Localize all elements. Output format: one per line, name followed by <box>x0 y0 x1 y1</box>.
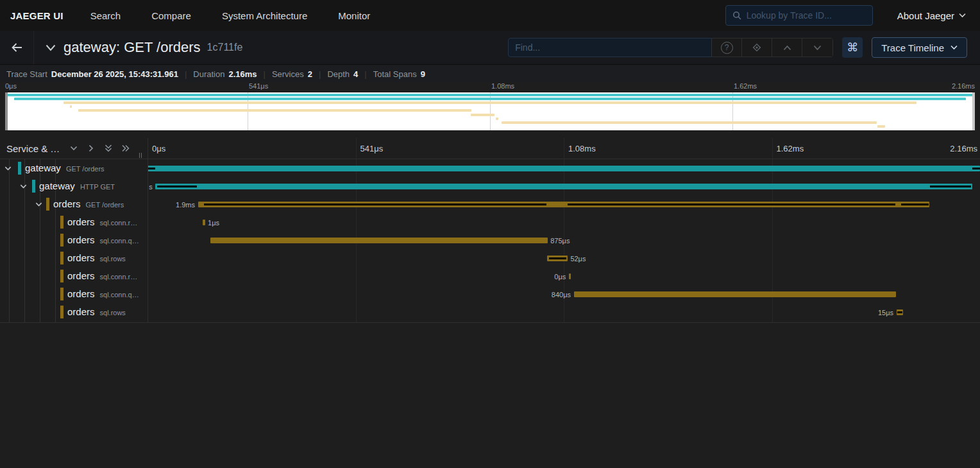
span-name-cell[interactable]: orderssql.conn.q… <box>0 231 148 249</box>
span-bar[interactable] <box>155 184 972 189</box>
span-name-cell[interactable]: gatewayHTTP GET <box>0 177 148 195</box>
operation-label: sql.conn.q… <box>100 291 139 299</box>
span-expand-toggle[interactable] <box>35 200 43 209</box>
nav-item-monitor[interactable]: Monitor <box>323 10 385 21</box>
span-name-cell[interactable]: ordersGET /orders <box>0 195 148 213</box>
minimap-tick-label: 541μs <box>249 82 268 90</box>
column-resize-grip[interactable] <box>139 153 142 158</box>
operation-label: GET /orders <box>86 201 124 209</box>
span-name-cell[interactable]: gatewayGET /orders <box>0 159 148 177</box>
span-duration-label: 1.9ms <box>176 201 195 209</box>
summary-value: December 26 2025, 15:43:31.961 <box>51 69 178 79</box>
jaeger-trace-page: JAEGER UI SearchCompareSystem Architectu… <box>0 0 980 468</box>
operation-label: sql.conn.r… <box>100 219 138 227</box>
find-input[interactable] <box>515 42 701 53</box>
trace-id-input[interactable] <box>747 10 862 21</box>
minimap-span-bar <box>502 121 877 124</box>
minimap-tick-label: 1.08ms <box>491 82 514 90</box>
arrow-left-icon <box>11 42 23 53</box>
column-divider[interactable] <box>148 138 148 322</box>
service-name[interactable]: gatewayGET /orders <box>25 162 105 173</box>
span-name-cell[interactable]: orderssql.conn.q… <box>0 285 148 303</box>
critical-path-segment <box>897 311 902 313</box>
nav-item-search[interactable]: Search <box>75 10 137 21</box>
span-timeline-cell[interactable]: 1μs <box>148 213 980 231</box>
timeline-tick-label: 1.62ms <box>777 144 804 153</box>
operation-label: HTTP GET <box>80 183 115 191</box>
service-name[interactable]: gatewayHTTP GET <box>39 180 115 191</box>
span-bar[interactable] <box>574 291 896 297</box>
minimap-span-bar <box>63 101 916 104</box>
chevron-down-icon <box>35 200 43 209</box>
minimap-tick-label: 1.62ms <box>734 82 757 90</box>
service-name[interactable]: orderssql.conn.r… <box>67 216 137 227</box>
nav-item-compare[interactable]: Compare <box>136 10 207 21</box>
nav-item-system-architecture[interactable]: System Architecture <box>207 10 323 21</box>
summary-item: Trace StartDecember 26 2025, 15:43:31.96… <box>6 69 178 79</box>
viewport-scrubber-left[interactable] <box>5 92 8 130</box>
collapse-one-button[interactable] <box>69 144 78 153</box>
expand-all-button[interactable] <box>121 144 130 153</box>
service-label: orders <box>67 288 95 299</box>
span-name-cell[interactable]: orderssql.rows <box>0 303 148 321</box>
span-timeline-cell[interactable] <box>148 159 980 177</box>
critical-path-segment <box>204 204 546 205</box>
trace-minimap[interactable] <box>5 92 975 130</box>
service-color-bar <box>60 216 63 229</box>
span-expand-toggle[interactable] <box>4 164 12 173</box>
span-bar[interactable] <box>210 238 548 243</box>
keyboard-shortcuts-button[interactable]: ⌘ <box>842 37 863 58</box>
find-help-button[interactable]: ? <box>712 39 742 56</box>
span-timeline-cell[interactable]: 840μs <box>148 285 980 303</box>
span-bar[interactable] <box>569 273 571 279</box>
chevron-right-icon <box>87 144 96 153</box>
service-color-bar <box>46 198 49 211</box>
collapse-all-button[interactable] <box>104 144 113 153</box>
viewport-scrubber-right[interactable] <box>972 92 975 130</box>
about-jaeger-menu[interactable]: About Jaeger <box>897 10 966 21</box>
double-chevron-down-icon <box>104 144 113 153</box>
span-timeline-cell[interactable]: 1.9ms <box>148 195 980 213</box>
span-expand-toggle[interactable] <box>19 182 28 191</box>
span-timeline-cell[interactable]: s <box>148 177 980 195</box>
summary-label: Services <box>272 69 304 79</box>
trace-view-select[interactable]: Trace Timeline <box>872 37 967 58</box>
service-column-title: Service & … <box>6 143 60 154</box>
service-name[interactable]: orderssql.conn.q… <box>67 234 139 245</box>
span-bar[interactable] <box>203 220 205 225</box>
span-timeline-cell[interactable]: 15μs <box>148 303 980 321</box>
summary-label: Depth <box>327 69 350 79</box>
focus-span-button[interactable] <box>742 39 772 56</box>
service-name[interactable]: ordersGET /orders <box>53 198 124 209</box>
span-duration-label: s <box>149 183 153 191</box>
summary-value: 9 <box>421 69 425 79</box>
chevron-up-icon <box>783 45 791 51</box>
span-timeline-cell[interactable]: 52μs <box>148 249 980 267</box>
span-duration-label: 875μs <box>550 237 570 245</box>
span-bar[interactable] <box>148 166 980 171</box>
service-name[interactable]: orderssql.conn.q… <box>67 288 139 299</box>
span-name-cell[interactable]: orderssql.conn.r… <box>0 213 148 231</box>
service-name[interactable]: orderssql.conn.r… <box>67 270 137 281</box>
span-duration-label: 840μs <box>552 291 571 299</box>
next-result-button[interactable] <box>802 39 832 56</box>
timeline-gridline <box>356 138 357 159</box>
collapse-trace-button[interactable] <box>46 44 56 51</box>
span-name-cell[interactable]: orderssql.conn.r… <box>0 267 148 285</box>
service-name[interactable]: orderssql.rows <box>67 252 126 263</box>
span-name-cell[interactable]: orderssql.rows <box>0 249 148 267</box>
service-label: gateway <box>39 180 75 191</box>
expand-one-button[interactable] <box>87 144 96 153</box>
brand[interactable]: JAEGER UI <box>0 10 75 21</box>
trace-id-search[interactable] <box>725 5 873 26</box>
service-name[interactable]: orderssql.rows <box>67 306 126 317</box>
timeline-gridline <box>772 138 773 159</box>
command-icon: ⌘ <box>847 40 858 55</box>
back-button[interactable] <box>0 31 34 64</box>
timeline-gridline <box>564 138 564 159</box>
service-label: orders <box>67 234 95 245</box>
span-timeline-cell[interactable]: 875μs <box>148 231 980 249</box>
critical-path-segment <box>901 204 928 205</box>
span-timeline-cell[interactable]: 0μs <box>148 267 980 285</box>
prev-result-button[interactable] <box>772 39 802 56</box>
